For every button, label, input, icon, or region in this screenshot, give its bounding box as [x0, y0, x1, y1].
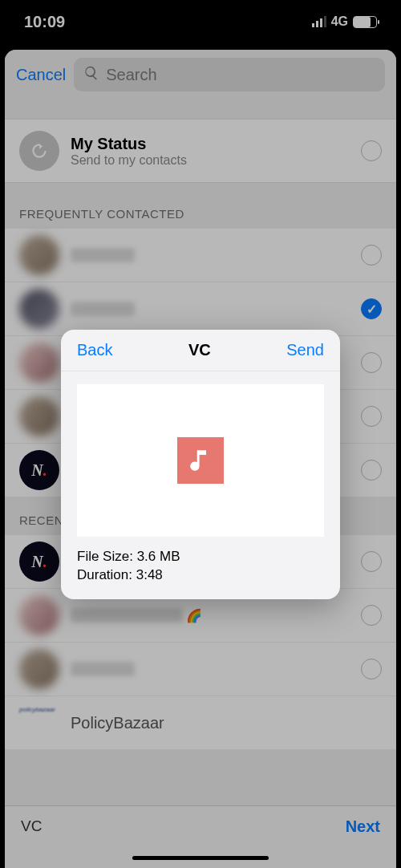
file-info: File Size: 3.6 MB Duration: 3:48	[61, 548, 340, 585]
filesize-value: 3.6 MB	[137, 549, 180, 564]
back-button[interactable]: Back	[77, 341, 112, 359]
file-preview	[77, 384, 324, 537]
filesize-label: File Size:	[77, 549, 137, 564]
music-icon	[177, 437, 224, 484]
send-button[interactable]: Send	[286, 341, 324, 359]
modal-title: VC	[188, 341, 211, 359]
modal-header: Back VC Send	[61, 330, 340, 371]
duration-value: 3:48	[136, 567, 163, 582]
home-indicator[interactable]	[132, 856, 269, 860]
file-preview-modal: Back VC Send File Size: 3.6 MB Duration:…	[61, 330, 340, 599]
duration-label: Duration:	[77, 567, 136, 582]
